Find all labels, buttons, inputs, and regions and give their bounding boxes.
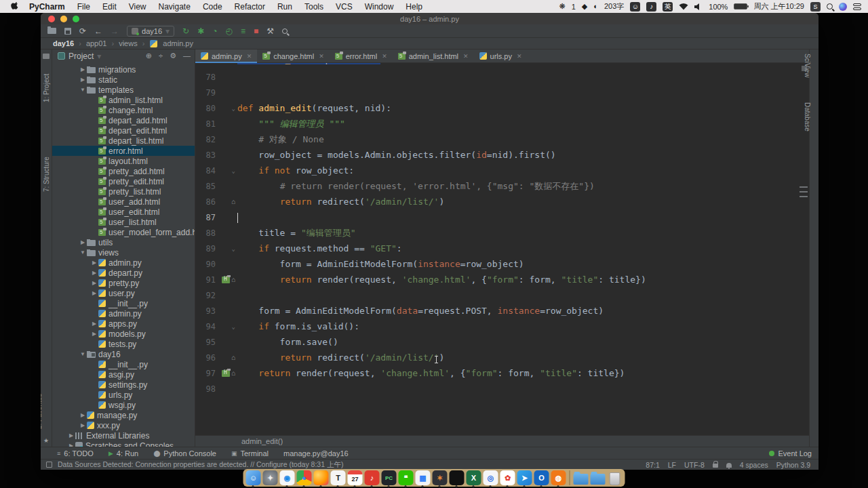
tree-item-depart_add.html[interactable]: depart_add.html bbox=[52, 115, 195, 125]
tree-item-user_edit.html[interactable]: user_edit.html bbox=[52, 207, 195, 217]
toolwindow-python-console[interactable]: ⬤Python Console bbox=[153, 449, 216, 458]
dock-calendar[interactable]: 27 bbox=[348, 470, 363, 485]
tree-item-static[interactable]: ▶static bbox=[52, 75, 195, 85]
debug-icon[interactable]: ✱ bbox=[197, 27, 204, 35]
code-line-83[interactable]: 83 row_object = models.Admin.objects.fil… bbox=[195, 147, 809, 163]
tree-expand-arrow[interactable]: ▶ bbox=[68, 432, 75, 439]
window-titlebar[interactable]: day16 – admin.py bbox=[41, 13, 818, 24]
toolwindow-4--run[interactable]: ▶4: Run bbox=[108, 449, 138, 458]
input-mic-badge[interactable]: ♪ bbox=[646, 2, 656, 12]
tree-item-pretty_add.html[interactable]: pretty_add.html bbox=[52, 166, 195, 176]
status-dock-icon[interactable] bbox=[46, 462, 52, 468]
close-tab-icon[interactable]: ✕ bbox=[382, 53, 387, 60]
siri-icon[interactable] bbox=[839, 3, 847, 11]
menu-file[interactable]: File bbox=[71, 2, 96, 12]
fold-arrow-icon[interactable]: ⌄ bbox=[232, 323, 235, 330]
stop-icon[interactable]: ■ bbox=[254, 27, 258, 35]
gutter-home-icon[interactable]: ⌂ bbox=[231, 354, 235, 361]
menu-run[interactable]: Run bbox=[271, 2, 298, 12]
menu-vcs[interactable]: VCS bbox=[330, 2, 359, 12]
dock-netease-music[interactable]: ♪ bbox=[365, 470, 380, 485]
panel-settings-icon[interactable]: ⚙ bbox=[170, 52, 176, 60]
project-title-chevron-icon[interactable]: ▾ bbox=[97, 52, 101, 60]
tree-item-manage.py[interactable]: ▶manage.py bbox=[52, 410, 195, 420]
line-ending[interactable]: LF bbox=[668, 461, 676, 469]
tree-item-urls.py[interactable]: urls.py bbox=[52, 390, 195, 400]
tool-stripe-structure[interactable]: 7: Structure bbox=[43, 157, 50, 192]
dock-wechat[interactable]: ❝ bbox=[399, 470, 414, 485]
tree-expand-arrow[interactable]: ▼ bbox=[79, 249, 86, 256]
code-line-94[interactable]: 94⌄ if form.is_valid(): bbox=[195, 319, 809, 334]
project-panel-title[interactable]: Project bbox=[68, 52, 94, 61]
dock-app-17[interactable]: ➤ bbox=[517, 470, 532, 485]
battery-icon[interactable] bbox=[734, 3, 747, 9]
dock-app-15[interactable]: ◎ bbox=[484, 470, 498, 485]
tree-item-asgi.py[interactable]: asgi.py bbox=[52, 369, 195, 380]
status-message[interactable]: Data Sources Detected: Connection proper… bbox=[58, 460, 343, 470]
run-tasks-icon[interactable]: ≡ bbox=[241, 27, 245, 35]
tree-item-day16[interactable]: ▼day16 bbox=[52, 349, 195, 359]
code-line-92[interactable]: 92 bbox=[195, 287, 809, 303]
indent-setting[interactable]: 4 spaces bbox=[740, 461, 768, 469]
tool-stripe-database[interactable]: Database bbox=[804, 102, 811, 131]
tree-expand-arrow[interactable]: ▶ bbox=[79, 66, 86, 73]
code-line-93[interactable]: 93 form = AdminEditModelForm(data=reques… bbox=[195, 303, 809, 319]
code-line-89[interactable]: 89⌄ if request.method == "GET": bbox=[195, 241, 809, 256]
dock-firefox[interactable] bbox=[314, 470, 329, 485]
close-tab-icon[interactable]: ✕ bbox=[463, 53, 469, 60]
file-encoding[interactable]: UTF-8 bbox=[684, 461, 705, 469]
run-configuration-select[interactable]: day16 ▾ bbox=[127, 26, 174, 37]
code-line-87[interactable]: 87 bbox=[195, 209, 809, 225]
code-line-79[interactable]: 79 bbox=[195, 85, 809, 100]
tree-item-views[interactable]: ▼views bbox=[52, 247, 195, 258]
fold-arrow-icon[interactable]: ⌄ bbox=[232, 245, 235, 252]
code-line-86[interactable]: 86⌂ return redirect('/admin/list/') bbox=[195, 194, 809, 209]
back-icon[interactable]: ← bbox=[94, 27, 102, 35]
dock-app-13[interactable] bbox=[450, 470, 465, 485]
dock-typora[interactable]: T bbox=[331, 470, 346, 485]
hide-panel-icon[interactable]: — bbox=[183, 52, 191, 60]
menu-code[interactable]: Code bbox=[197, 2, 229, 12]
favorites-star-icon[interactable]: ★ bbox=[43, 437, 49, 444]
breadcrumb-item-views[interactable]: views bbox=[119, 39, 138, 47]
forward-icon[interactable]: → bbox=[111, 27, 119, 35]
gutter-home-icon[interactable]: ⌂ bbox=[231, 276, 235, 283]
code-line-90[interactable]: 90 form = AdminEditModelForm(instance=ro… bbox=[195, 256, 809, 272]
tree-item-admin_list.html[interactable]: admin_list.html bbox=[52, 95, 195, 105]
tree-item-error.html[interactable]: error.html bbox=[52, 146, 195, 156]
tree-expand-arrow[interactable]: ▶ bbox=[91, 331, 98, 337]
tree-item-utils[interactable]: ▶utils bbox=[52, 237, 195, 247]
menubar-clock[interactable]: 周六 上午10:29 bbox=[753, 1, 804, 12]
code-line-78[interactable]: 78 bbox=[195, 69, 809, 85]
tree-item-models.py[interactable]: ▶models.py bbox=[52, 329, 195, 339]
tree-expand-arrow[interactable]: ▼ bbox=[79, 351, 86, 357]
code-line-95[interactable]: 95 form.save() bbox=[195, 334, 809, 350]
tree-expand-arrow[interactable]: ▶ bbox=[79, 422, 86, 428]
volume-icon[interactable] bbox=[694, 3, 703, 10]
inspections-bell-icon[interactable] bbox=[726, 463, 732, 468]
dock-finder[interactable]: ☺ bbox=[246, 470, 261, 485]
project-tool-icon[interactable] bbox=[43, 54, 50, 59]
code-line-91[interactable]: 91⌂ return render(request, 'change.html'… bbox=[195, 272, 809, 287]
tree-item-External-Libraries[interactable]: ▶External Libraries bbox=[52, 430, 195, 441]
tool-stripe-favorites[interactable]: 2: Favorites bbox=[41, 394, 43, 429]
template-gutter-icon[interactable] bbox=[222, 277, 230, 283]
search-everywhere-icon[interactable] bbox=[282, 28, 288, 34]
menu-pycharm[interactable]: PyCharm bbox=[23, 2, 71, 12]
menu-tools[interactable]: Tools bbox=[298, 2, 330, 12]
menu-navigate[interactable]: Navigate bbox=[153, 2, 197, 12]
dock-folder-2[interactable] bbox=[591, 470, 606, 485]
fold-arrow-icon[interactable]: ⌄ bbox=[232, 167, 235, 174]
dock-chrome[interactable]: ● bbox=[297, 470, 312, 485]
tree-expand-arrow[interactable]: ▼ bbox=[79, 87, 86, 93]
tree-item-admin.py[interactable]: admin.py bbox=[52, 308, 195, 319]
breadcrumb-item-app01[interactable]: app01 bbox=[86, 39, 107, 47]
tree-item-user_model_form_add.html[interactable]: user_model_form_add.html bbox=[52, 227, 195, 237]
tree-item-wsgi.py[interactable]: wsgi.py bbox=[52, 400, 195, 410]
tree-item-admin.py[interactable]: ▶admin.py bbox=[52, 258, 195, 268]
close-tab-icon[interactable]: ✕ bbox=[319, 53, 324, 60]
code-line-82[interactable]: 82 # 对象 / None bbox=[195, 131, 809, 147]
tree-item-user.py[interactable]: ▶user.py bbox=[52, 288, 195, 298]
caret-position[interactable]: 87:1 bbox=[646, 461, 659, 469]
tree-item-templates[interactable]: ▼templates bbox=[52, 85, 195, 95]
